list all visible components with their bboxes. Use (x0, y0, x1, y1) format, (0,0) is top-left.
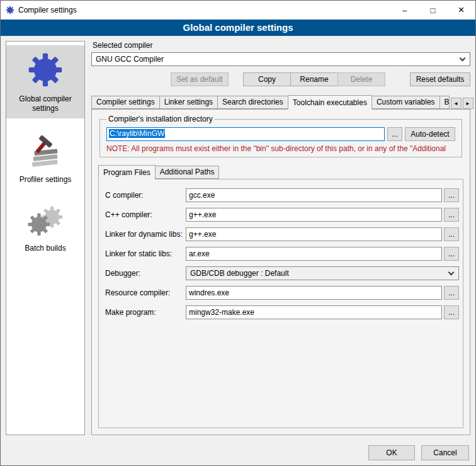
settings-tabstrip: Compiler settings Linker settings Search… (91, 95, 470, 109)
chevron-down-icon (448, 269, 455, 275)
c-compiler-label: C compiler: (105, 191, 186, 200)
maximize-button[interactable]: □ (419, 1, 447, 20)
compiler-settings-window: Compiler settings – □ × Global compiler … (0, 0, 476, 466)
installation-directory-browse-button[interactable]: ... (387, 127, 402, 141)
minimize-button[interactable]: – (390, 1, 419, 20)
selected-compiler-value: GNU GCC Compiler (96, 55, 460, 64)
static-linker-input[interactable] (186, 247, 442, 261)
window-controls: – □ × (390, 1, 475, 20)
program-files-tabstrip: Program Files Additional Paths (98, 165, 463, 179)
ok-button[interactable]: OK (368, 445, 415, 460)
sidebar: Global compiler settings Profiler settin… (6, 41, 85, 435)
selected-compiler-label: Selected compiler (93, 41, 470, 50)
dynamic-linker-row: Linker for dynamic libs: ... (105, 227, 459, 241)
main-area: Selected compiler GNU GCC Compiler Set a… (91, 40, 470, 435)
tab-custom-variables[interactable]: Custom variables (371, 96, 440, 109)
cpp-compiler-label: C++ compiler: (105, 210, 186, 219)
app-icon (6, 6, 14, 14)
profiler-hammer-icon (28, 134, 63, 169)
c-compiler-input[interactable] (186, 188, 442, 202)
debugger-row: Debugger: GDB/CDB debugger : Default (105, 266, 459, 280)
tab-scroll-left-button[interactable]: ◄ (451, 98, 462, 109)
program-files-panel: C compiler: ... C++ compiler: ... Linker… (98, 179, 463, 428)
rename-button[interactable]: Rename (290, 72, 338, 86)
make-program-label: Make program: (105, 308, 186, 317)
make-program-row: Make program: ... (105, 305, 459, 319)
resource-compiler-row: Resource compiler: ... (105, 286, 459, 300)
tab-build-options[interactable]: Buil (439, 96, 450, 109)
installation-directory-group-title: Compiler's installation directory (106, 115, 215, 123)
tab-search-directories[interactable]: Search directories (217, 96, 288, 109)
sidebar-item-batch-builds[interactable]: Batch builds (6, 198, 84, 258)
installation-directory-input[interactable]: C:\raylib\MinGW (106, 127, 385, 141)
tab-compiler-settings[interactable]: Compiler settings (91, 96, 160, 109)
installation-directory-row: C:\raylib\MinGW ... Auto-detect (106, 127, 455, 141)
debugger-value: GDB/CDB debugger : Default (190, 269, 449, 278)
tab-scroll-buttons: ◄ ► (450, 98, 473, 109)
dynamic-linker-label: Linker for dynamic libs: (105, 230, 186, 239)
c-compiler-row: C compiler: ... (105, 188, 459, 202)
make-program-browse-button[interactable]: ... (444, 305, 459, 319)
static-linker-row: Linker for static libs: ... (105, 247, 459, 261)
installation-directory-group: Compiler's installation directory C:\ray… (99, 115, 462, 157)
dynamic-linker-browse-button[interactable]: ... (444, 227, 459, 241)
cancel-button[interactable]: Cancel (421, 445, 469, 460)
tab-linker-settings[interactable]: Linker settings (159, 96, 218, 109)
cpp-compiler-row: C++ compiler: ... (105, 208, 459, 222)
chevron-down-icon (460, 55, 466, 61)
close-button[interactable]: × (447, 1, 475, 20)
delete-button[interactable]: Delete (337, 72, 385, 86)
subtab-program-files[interactable]: Program Files (98, 165, 156, 179)
dialog-footer: OK Cancel (1, 440, 475, 465)
static-linker-label: Linker for static libs: (105, 249, 186, 258)
auto-detect-button[interactable]: Auto-detect (405, 127, 455, 141)
resource-compiler-label: Resource compiler: (105, 288, 186, 297)
debugger-dropdown[interactable]: GDB/CDB debugger : Default (186, 266, 459, 280)
set-as-default-button[interactable]: Set as default (171, 72, 229, 86)
cpp-compiler-browse-button[interactable]: ... (444, 208, 459, 222)
reset-defaults-button[interactable]: Reset defaults (410, 72, 470, 86)
sidebar-item-label: Profiler settings (8, 175, 83, 185)
selected-compiler-dropdown[interactable]: GNU GCC Compiler (91, 52, 470, 66)
sidebar-item-label: Batch builds (8, 244, 83, 253)
titlebar: Compiler settings – □ × (1, 1, 475, 20)
sidebar-item-label: Global compiler settings (8, 94, 83, 113)
static-linker-browse-button[interactable]: ... (444, 247, 459, 261)
batch-gears-icon (26, 205, 65, 237)
window-title: Compiler settings (18, 6, 77, 14)
copy-button[interactable]: Copy (243, 72, 291, 86)
installation-note: NOTE: All programs must exist either in … (106, 144, 456, 153)
dynamic-linker-input[interactable] (186, 227, 442, 241)
tab-scroll-right-button[interactable]: ► (463, 98, 473, 109)
sidebar-item-profiler-settings[interactable]: Profiler settings (6, 127, 84, 190)
toolchain-executables-panel: Compiler's installation directory C:\ray… (91, 109, 470, 435)
subtab-additional-paths[interactable]: Additional Paths (155, 166, 220, 179)
cpp-compiler-input[interactable] (186, 208, 442, 222)
installation-directory-value: C:\raylib\MinGW (109, 129, 165, 138)
c-compiler-browse-button[interactable]: ... (444, 188, 459, 202)
resource-compiler-input[interactable] (186, 286, 442, 300)
resource-compiler-browse-button[interactable]: ... (444, 286, 459, 300)
tab-toolchain-executables[interactable]: Toolchain executables (288, 95, 372, 110)
dialog-body: Global compiler settings Profiler settin… (1, 36, 475, 440)
debugger-label: Debugger: (105, 269, 186, 278)
dialog-header: Global compiler settings (1, 20, 475, 36)
make-program-input[interactable] (186, 305, 442, 319)
compiler-buttons-row: Set as default Copy Rename Delete Reset … (91, 72, 470, 86)
sidebar-item-global-compiler-settings[interactable]: Global compiler settings (6, 45, 84, 118)
blue-gear-icon (27, 52, 64, 88)
